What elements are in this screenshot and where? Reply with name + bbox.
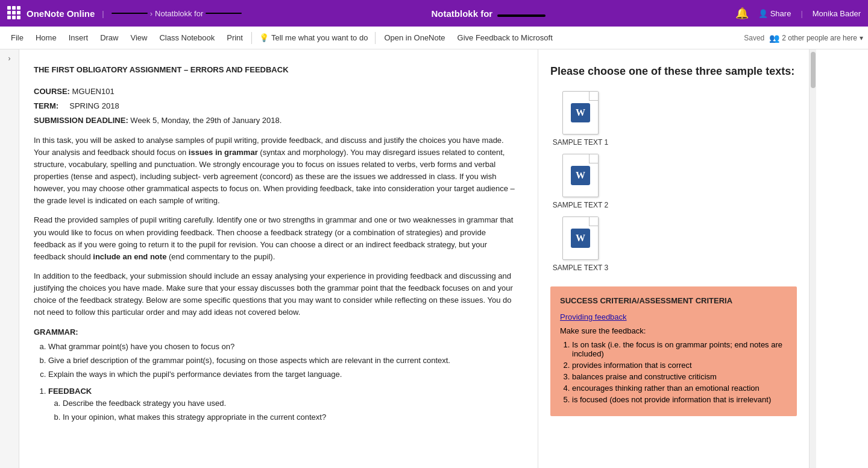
word-badge-3: W xyxy=(571,229,590,248)
toggle-arrow-icon: › xyxy=(8,54,11,63)
feedback-heading: FEEDBACK xyxy=(48,387,92,396)
page-title-redacted xyxy=(497,14,546,17)
people-icon: 👥 xyxy=(769,33,779,43)
share-button[interactable]: 👤 Share xyxy=(758,9,791,18)
grammar-item-b: Give a brief description of the grammar … xyxy=(48,355,518,367)
grammar-list: What grammar point(s) have you chosen to… xyxy=(48,341,518,381)
course-label: COURSE: xyxy=(34,87,70,96)
ribbon-draw[interactable]: Draw xyxy=(94,27,124,49)
content-area: THE FIRST OBLIGATORY ASSIGNMENT – ERRORS… xyxy=(19,49,868,468)
success-title: SUCCESS CRITERIA/ASSESSMENT CRITERIA xyxy=(560,296,787,305)
notebook-redacted xyxy=(112,13,148,14)
word-badge-2: W xyxy=(571,166,590,185)
breadcrumb-arrow: › xyxy=(150,9,153,18)
notebook-name-redacted xyxy=(206,13,242,14)
criteria-1: Is on task (i.e. the focus is on grammar… xyxy=(572,340,787,358)
people-badge: 👥 2 other people are here ▾ xyxy=(769,33,863,43)
page-title: Notatblokk for xyxy=(247,8,730,19)
grammar-section: GRAMMAR: What grammar point(s) have you … xyxy=(34,326,518,381)
term-value: SPRING 2018 xyxy=(69,101,119,110)
ribbon: File Home Insert Draw View Class Noteboo… xyxy=(0,27,868,49)
people-here-label: 2 other people are here xyxy=(782,34,857,42)
top-bar: OneNote Online | › Notatblokk for Notatb… xyxy=(0,0,868,27)
sample-text-3[interactable]: W SAMPLE TEXT 3 xyxy=(550,217,611,272)
doc-para-2: Read the provided samples of pupil writi… xyxy=(34,214,518,263)
deadline-label: SUBMISSION DEADLINE: xyxy=(34,116,128,125)
tell-me-box[interactable]: 💡 Tell me what you want to do xyxy=(254,33,373,42)
sample-label-2: SAMPLE TEXT 2 xyxy=(553,201,608,209)
ribbon-view[interactable]: View xyxy=(125,27,154,49)
feedback-section: FEEDBACK Describe the feedback strategy … xyxy=(34,385,518,423)
ribbon-home[interactable]: Home xyxy=(30,27,63,49)
vertical-scrollbar[interactable] xyxy=(809,49,816,468)
page-title-prefix: Notatblokk for xyxy=(431,8,492,19)
grammar-item-c: Explain the ways in which the pupil's pe… xyxy=(48,368,518,381)
ribbon-separator-1 xyxy=(251,32,252,44)
criteria-2: provides information that is correct xyxy=(572,361,787,370)
feedback-numbered-list: FEEDBACK Describe the feedback strategy … xyxy=(48,385,518,423)
doc-title: THE FIRST OBLIGATORY ASSIGNMENT – ERRORS… xyxy=(34,64,518,76)
success-list: Is on task (i.e. the focus is on grammar… xyxy=(572,340,787,404)
para2-cont: (end commentary to the pupil). xyxy=(166,252,275,261)
sample-text-1[interactable]: W SAMPLE TEXT 1 xyxy=(550,91,611,147)
right-panel: Please choose one of these three sample … xyxy=(538,49,809,468)
success-criteria-box: SUCCESS CRITERIA/ASSESSMENT CRITERIA Pro… xyxy=(550,286,797,416)
grammar-item-a: What grammar point(s) have you chosen to… xyxy=(48,341,518,353)
doc-course: COURSE: MGUEN101 xyxy=(34,86,518,98)
ribbon-separator-2 xyxy=(375,32,376,44)
ribbon-right: Saved 👥 2 other people are here ▾ xyxy=(744,33,863,43)
word-doc-icon-3: W xyxy=(562,217,599,260)
ribbon-open-onenote[interactable]: Open in OneNote xyxy=(378,27,451,49)
deadline-value: Week 5, Monday, the 29th of January 2018… xyxy=(130,116,281,125)
criteria-3: balances praise and constructive critici… xyxy=(572,372,787,381)
sidebar-toggle[interactable]: › xyxy=(0,49,19,468)
brand-separator: | xyxy=(102,9,104,18)
doc-para-1: In this task, you will be asked to analy… xyxy=(34,134,518,207)
sample-text-2[interactable]: W SAMPLE TEXT 2 xyxy=(550,154,611,209)
criteria-5: is focused (does not provide information… xyxy=(572,395,787,404)
doc-term: TERM: SPRING 2018 xyxy=(34,100,518,112)
word-badge-1: W xyxy=(571,103,590,122)
grammar-heading: GRAMMAR: xyxy=(34,326,518,338)
ribbon-print[interactable]: Print xyxy=(221,27,249,49)
sample-texts-grid: W SAMPLE TEXT 1 W SAMPLE TEXT 2 W SAMPLE… xyxy=(550,91,797,272)
main-layout: › THE FIRST OBLIGATORY ASSIGNMENT – ERRO… xyxy=(0,49,868,468)
feedback-sub-a: Describe the feedback strategy you have … xyxy=(63,397,518,410)
doc-para-3: In addition to the feedback, your submis… xyxy=(34,270,518,319)
doc-deadline: SUBMISSION DEADLINE: Week 5, Monday, the… xyxy=(34,115,518,127)
para1-bold: issues in grammar xyxy=(189,148,258,157)
success-intro: Make sure the feedback: xyxy=(560,326,787,335)
ribbon-insert[interactable]: Insert xyxy=(63,27,95,49)
criteria-4: encourages thinking rather than an emoti… xyxy=(572,384,787,393)
para2-bold: include an end note xyxy=(93,252,166,261)
word-doc-icon-1: W xyxy=(562,91,599,134)
tell-me-label: Tell me what you want to do xyxy=(271,33,368,42)
feedback-sub-list: Describe the feedback strategy you have … xyxy=(63,397,518,423)
top-bar-right: 🔔 👤 Share | Monika Bader xyxy=(735,7,861,20)
course-value: MGUEN101 xyxy=(72,87,115,96)
ribbon-file[interactable]: File xyxy=(5,27,30,49)
user-name: Monika Bader xyxy=(813,9,861,18)
breadcrumb: › Notatblokk for xyxy=(112,9,242,18)
saved-status: Saved xyxy=(744,34,764,42)
bell-icon[interactable]: 🔔 xyxy=(735,7,749,20)
share-person-icon: 👤 xyxy=(758,9,768,18)
share-label: Share xyxy=(770,9,791,18)
providing-feedback-link[interactable]: Providing feedback xyxy=(560,312,787,321)
document-area: THE FIRST OBLIGATORY ASSIGNMENT – ERRORS… xyxy=(19,49,538,468)
notebook-label: Notatblokk for xyxy=(155,9,203,18)
lightbulb-icon: 💡 xyxy=(259,33,269,42)
people-dropdown-icon[interactable]: ▾ xyxy=(860,34,863,42)
apps-icon[interactable] xyxy=(7,6,22,21)
term-label: TERM: xyxy=(34,101,58,110)
sample-label-3: SAMPLE TEXT 3 xyxy=(553,264,608,272)
brand-name: OneNote Online xyxy=(27,8,95,19)
feedback-sub-b: In your opinion, what makes this strateg… xyxy=(63,411,518,423)
sample-heading: Please choose one of these three sample … xyxy=(550,64,797,79)
feedback-item-1: FEEDBACK Describe the feedback strategy … xyxy=(48,385,518,423)
scroll-thumb[interactable] xyxy=(811,52,816,88)
word-doc-icon-2: W xyxy=(562,154,599,197)
ribbon-class-notebook[interactable]: Class Notebook xyxy=(153,27,221,49)
sample-label-1: SAMPLE TEXT 1 xyxy=(553,138,608,147)
ribbon-feedback[interactable]: Give Feedback to Microsoft xyxy=(451,27,559,49)
